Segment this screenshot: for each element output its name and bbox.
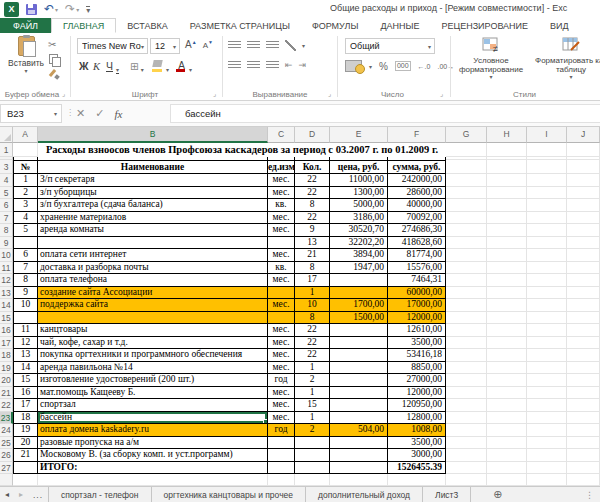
cell-I21[interactable] <box>527 387 567 400</box>
column-header-I[interactable]: I <box>527 127 567 143</box>
row-header-7[interactable]: 7 <box>0 212 13 225</box>
cell-E24[interactable]: 504,00 <box>330 424 388 437</box>
clipboard-dialog-launcher[interactable]: ⌟ <box>62 91 69 98</box>
cell-G5[interactable] <box>446 187 487 200</box>
cell-F15[interactable]: 12000,00 <box>388 312 446 325</box>
row-header-3[interactable]: 3 <box>0 160 13 174</box>
copy-icon[interactable] <box>48 53 62 66</box>
cell-D26[interactable] <box>295 449 330 462</box>
cell-I1[interactable] <box>527 143 567 157</box>
cell-A8[interactable]: 5 <box>13 224 38 237</box>
cell-A23[interactable]: 18 <box>13 412 38 425</box>
cell-B22[interactable]: спортзал <box>38 399 268 412</box>
cell-J16[interactable] <box>567 324 600 337</box>
cell-B23[interactable]: бассейн <box>38 412 268 425</box>
cell-D14[interactable]: 10 <box>295 299 330 312</box>
cell-E22[interactable] <box>330 399 388 412</box>
cell-A4[interactable]: 1 <box>13 174 38 187</box>
number-format-combo[interactable]: Общий ▾ <box>345 38 435 54</box>
cell-G6[interactable] <box>446 199 487 212</box>
cell-C14[interactable]: мес. <box>268 299 295 312</box>
cell-G11[interactable] <box>446 262 487 275</box>
cell-H21[interactable] <box>487 387 527 400</box>
cell-G28[interactable] <box>446 474 487 486</box>
sheet-tab-2[interactable]: дополнительный доход <box>306 487 423 502</box>
cell-G23[interactable] <box>446 412 487 425</box>
cell-E10[interactable]: 3894,00 <box>330 249 388 262</box>
cell-E4[interactable]: 11000,00 <box>330 174 388 187</box>
cell-C26[interactable] <box>268 449 295 462</box>
header-cell-D3[interactable]: Кол. <box>295 160 330 174</box>
paste-button[interactable]: Вставить ▾ <box>6 36 46 73</box>
row-header-8[interactable]: 8 <box>0 224 13 237</box>
cell-G8[interactable] <box>446 224 487 237</box>
cell-A7[interactable]: 4 <box>13 212 38 225</box>
cell-D18[interactable]: 22 <box>295 349 330 362</box>
cancel-icon[interactable]: ✕ <box>76 107 85 120</box>
cell-G3[interactable] <box>446 160 487 174</box>
cell-J24[interactable] <box>567 424 600 437</box>
number-dialog-launcher[interactable]: ⌟ <box>440 91 447 98</box>
cell-J3[interactable] <box>567 160 600 174</box>
align-center-icon[interactable] <box>247 61 260 70</box>
cell-F20[interactable]: 27000,00 <box>388 374 446 387</box>
comma-style-icon[interactable]: 000 <box>395 61 411 71</box>
cell-F4[interactable]: 242000,00 <box>388 174 446 187</box>
cell-H11[interactable] <box>487 262 527 275</box>
cell-H8[interactable] <box>487 224 527 237</box>
cell-J15[interactable] <box>567 312 600 325</box>
row-header-16[interactable]: 16 <box>0 324 13 337</box>
cell-J18[interactable] <box>567 349 600 362</box>
cell-C23[interactable]: мес. <box>268 412 295 425</box>
cell-E12[interactable] <box>330 274 388 287</box>
row-header-5[interactable]: 5 <box>0 187 13 200</box>
cell-B8[interactable]: аренда комнаты <box>38 224 268 237</box>
cell-J17[interactable] <box>567 337 600 350</box>
tab-home[interactable]: ГЛАВНАЯ <box>51 18 116 33</box>
cell-H18[interactable] <box>487 349 527 362</box>
cell-C16[interactable]: мес. <box>268 324 295 337</box>
cell-J9[interactable] <box>567 237 600 250</box>
cell-B13[interactable]: создание сайта Ассоциации <box>38 287 268 300</box>
cell-J8[interactable] <box>567 224 600 237</box>
cell-A22[interactable]: 17 <box>13 399 38 412</box>
cell-E9[interactable]: 32202,20 <box>330 237 388 250</box>
tab-data[interactable]: ДАННЫЕ <box>369 18 430 33</box>
cell-D11[interactable]: 8 <box>295 262 330 275</box>
cell-I20[interactable] <box>527 374 567 387</box>
cell-C20[interactable]: год <box>268 374 295 387</box>
cell-D17[interactable]: 22 <box>295 337 330 350</box>
cell-J21[interactable] <box>567 387 600 400</box>
cell-E19[interactable] <box>330 362 388 375</box>
cell-B28[interactable] <box>38 474 268 486</box>
row-header-20[interactable]: 20 <box>0 374 13 387</box>
cell-F25[interactable]: 3500,00 <box>388 437 446 450</box>
cell-E15[interactable]: 1500,00 <box>330 312 388 325</box>
cell-H24[interactable] <box>487 424 527 437</box>
insert-function-icon[interactable]: fx <box>114 108 122 120</box>
cell-J10[interactable] <box>567 249 600 262</box>
cell-C24[interactable]: год <box>268 424 295 437</box>
cell-D13[interactable]: 1 <box>295 287 330 300</box>
cell-A12[interactable]: 8 <box>13 274 38 287</box>
cell-A25[interactable]: 20 <box>13 437 38 450</box>
cell-B12[interactable]: оплата телефона <box>38 274 268 287</box>
cell-D21[interactable]: 1 <box>295 387 330 400</box>
cell-F10[interactable]: 81774,00 <box>388 249 446 262</box>
cell-F18[interactable]: 53416,18 <box>388 349 446 362</box>
row-header-13[interactable]: 13 <box>0 287 13 300</box>
cell-C25[interactable] <box>268 437 295 450</box>
row-header-25[interactable]: 25 <box>0 437 13 450</box>
cell-B11[interactable]: доставка и разборка почты <box>38 262 268 275</box>
row-header-23[interactable]: 23 <box>0 412 13 425</box>
cell-E5[interactable]: 1300,00 <box>330 187 388 200</box>
cell-H9[interactable] <box>487 237 527 250</box>
cell-E7[interactable]: 3186,00 <box>330 212 388 225</box>
column-header-D[interactable]: D <box>295 127 330 143</box>
cell-H5[interactable] <box>487 187 527 200</box>
cell-D6[interactable]: 8 <box>295 199 330 212</box>
align-middle-icon[interactable] <box>247 41 260 50</box>
name-box[interactable]: B23 ▾ <box>0 104 62 123</box>
cell-F9[interactable]: 418628,60 <box>388 237 446 250</box>
cell-H28[interactable] <box>487 474 527 486</box>
